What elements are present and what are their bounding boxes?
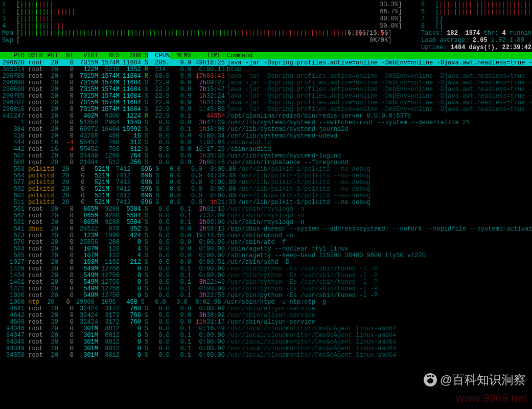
process-row[interactable]: 296698 root 20 0 7015M 1574M 11684 S 22.… bbox=[0, 79, 532, 86]
process-row[interactable]: 1030 root 20 0 549M 12756 0 S 0.0 0.1 3h… bbox=[0, 292, 532, 299]
meter-6: 6 [ ||||||||||||||||||||||||||||||| ] bbox=[421, 8, 532, 15]
cpu-meters-left: 1 [ ||||||||| 33.3% ] 2 [ ||||||||||||||… bbox=[2, 1, 421, 51]
col-Command[interactable]: Command bbox=[225, 52, 532, 59]
meter-1: 1 [ ||||||||| 33.3% ] bbox=[2, 1, 421, 8]
process-row[interactable]: 94349 root 20 0 301M 8812 0 S 0.0 0.1 0:… bbox=[0, 345, 532, 352]
process-table[interactable]: 296620 root 20 0 7015M 1574M 11684 S 205… bbox=[0, 59, 532, 358]
process-row[interactable]: 562 root 20 0 865M 9288 5504 S 0.0 0.1 7… bbox=[0, 212, 532, 219]
watermark-url: www.9969.net bbox=[456, 395, 527, 402]
process-row[interactable]: 1471 root 20 0 549M 12756 0 S 0.0 0.1 0:… bbox=[0, 285, 532, 292]
process-row[interactable]: 561 root 20 0 865M 9288 5504 S 0.0 0.1 2… bbox=[0, 206, 532, 212]
process-row[interactable]: 585 root 20 0 107M 132 4 S 0.0 0.0 0:00.… bbox=[0, 252, 532, 259]
col-VIRT[interactable]: VIRT bbox=[74, 52, 98, 59]
process-row[interactable]: 442 root 16 -4 55452 760 312 S 0.0 0.0 1… bbox=[0, 146, 532, 152]
meter-8: 8 [ ] bbox=[421, 22, 532, 30]
paw-icon bbox=[424, 373, 437, 387]
process-row[interactable]: 4608 root 20 0 32424 3172 760 S 0.0 0.0 … bbox=[0, 319, 532, 325]
process-row[interactable]: 296620 root 20 0 7015M 1574M 11684 S 205… bbox=[0, 59, 532, 66]
col-CPU%[interactable]: CPU% bbox=[148, 52, 170, 59]
meter-Swp: Swp [ 0K/0K ] bbox=[2, 37, 421, 44]
meter-4: 4 [ |||||||||||| 50.0% ] bbox=[2, 22, 421, 30]
watermark-text: @百科知识洞察 bbox=[440, 376, 526, 383]
summary-panel: 5 [ ||||||||||||||||||||||||||||||| ] 6 … bbox=[421, 1, 532, 51]
process-row[interactable]: 444 root 16 -4 55452 760 312 S 0.0 0.0 1… bbox=[0, 139, 532, 146]
col-TIME+[interactable]: TIME+ bbox=[191, 52, 225, 59]
process-row[interactable]: 511 polkitd 20 0 521M 7412 696 S 0.0 0.0… bbox=[0, 199, 532, 206]
meter-2: 2 [ ||||||||||||||| 66.7% ] bbox=[2, 8, 421, 15]
process-row[interactable]: 296705 root 20 0 7015M 1574M 11684 S 22.… bbox=[0, 93, 532, 99]
process-row[interactable]: 576 root 20 0 25856 208 0 S 0.0 0.0 0:00… bbox=[0, 239, 532, 245]
meter-7: 7 [ ] bbox=[421, 15, 532, 22]
process-row[interactable]: 384 root 20 0 69972 16404 15992 S 0.0 0.… bbox=[0, 126, 532, 132]
meter-Mem: Mem [ ||||||||||||||||||||||||||||||||||… bbox=[2, 30, 421, 37]
htop-header: 1 [ ||||||||| 33.3% ] 2 [ ||||||||||||||… bbox=[0, 0, 532, 52]
process-row[interactable]: 1434 root 20 0 549M 12756 0 S 0.0 0.1 0:… bbox=[0, 272, 532, 279]
col-RES[interactable]: RES bbox=[98, 52, 120, 59]
process-row[interactable]: 541 dbus 20 0 24532 876 352 S 0.0 0.0 2h… bbox=[0, 225, 532, 232]
process-row[interactable]: 592 polkitd 20 0 521M 7412 696 S 0.0 0.0… bbox=[0, 186, 532, 192]
process-row[interactable]: 1429 root 20 0 549M 12756 0 S 0.0 0.1 0:… bbox=[0, 265, 532, 272]
process-row[interactable]: 94346 root 20 0 301M 8812 0 S 0.0 0.1 0:… bbox=[0, 325, 532, 332]
col-PRI[interactable]: PRI bbox=[43, 52, 58, 59]
process-row[interactable]: 1461 root 20 0 549M 12756 0 S 0.0 0.1 3h… bbox=[0, 279, 532, 285]
meter-3: 3 [ ||||||||| 40.0% ] bbox=[2, 15, 421, 22]
process-row[interactable]: 531 root 20 0 865M 9288 5504 S 0.0 0.1 2… bbox=[0, 219, 532, 225]
process-row[interactable]: 94350 root 20 0 301M 8812 0 S 0.0 0.1 0:… bbox=[0, 352, 532, 358]
col-SHR[interactable]: SHR bbox=[120, 52, 141, 59]
process-row[interactable]: 4641 root 20 0 32424 3172 760 S 0.0 0.0 … bbox=[0, 305, 532, 312]
loadavg-summary: Load average: 2.05 1.82 1.80 bbox=[421, 37, 532, 44]
process-row[interactable]: 296700 root 20 0 7015M 1574M 11684 R 68.… bbox=[0, 73, 532, 79]
process-row[interactable]: 563 polkitd 20 0 521M 7412 696 S 0.0 0.0… bbox=[0, 166, 532, 172]
process-row[interactable]: 602 polkitd 20 0 521M 7412 696 S 0.0 0.0… bbox=[0, 192, 532, 199]
col-S[interactable]: S bbox=[141, 52, 148, 59]
process-row[interactable]: 385314 root 20 0 122M 5216 1352 R 114. 0… bbox=[0, 66, 532, 73]
uptime-summary: Uptime: 1484 days(!), 22:39:42 bbox=[421, 44, 532, 51]
meter-5: 5 [ ||||||||||||||||||||||||||||||| ] bbox=[421, 1, 532, 8]
column-headers[interactable]: PID USERPRINIVIRTRESSHRSCPU%MEM%TIME+Com… bbox=[0, 52, 532, 59]
process-row[interactable]: 1068 ntp 20 0 29900 1096 468 S 0.0 0.0 8… bbox=[0, 299, 532, 305]
process-row[interactable]: 416 root 20 0 43768 488 16 S 0.0 0.0 0:0… bbox=[0, 132, 532, 139]
process-row[interactable]: 1027 root 20 0 103M 1192 212 S 0.0 0.0 0… bbox=[0, 259, 532, 265]
process-row[interactable]: 577 polkitd 20 0 521M 7412 696 S 0.0 0.0… bbox=[0, 179, 532, 186]
process-row[interactable]: 564 polkitd 20 0 521M 7412 696 S 0.0 0.0… bbox=[0, 172, 532, 179]
tasks-summary: Tasks: 182, 1974 thr; 4 running bbox=[421, 30, 532, 37]
process-row[interactable]: 296699 root 20 0 7015M 1574M 11684 S 22.… bbox=[0, 86, 532, 93]
process-row[interactable]: 4642 root 20 0 32424 3172 760 S 0.0 0.0 … bbox=[0, 312, 532, 319]
col-PID[interactable]: PID bbox=[0, 52, 25, 59]
watermark-overlay: @百科知识洞察 bbox=[424, 373, 526, 387]
process-row[interactable]: 296816 root 20 0 7015M 1574M 11684 S 22.… bbox=[0, 106, 532, 112]
process-row[interactable]: 441247 root 20 0 402M 9300 1224 R 22.9 0… bbox=[0, 112, 532, 119]
col-USER[interactable]: USER bbox=[25, 52, 43, 59]
process-row[interactable]: 94347 root 20 0 301M 8812 0 S 0.0 0.1 0:… bbox=[0, 332, 532, 338]
process-row[interactable]: 296707 root 20 0 7015M 1574M 11684 S 22.… bbox=[0, 99, 532, 106]
col-MEM%[interactable]: MEM% bbox=[170, 52, 191, 59]
process-row[interactable]: 1 root 20 0 51856 2904 1340 S 0.0 0.0 3h… bbox=[0, 119, 532, 126]
col-NI[interactable]: NI bbox=[58, 52, 74, 59]
process-row[interactable]: 584 root 20 0 107M 128 4 S 0.0 0.0 0:00.… bbox=[0, 245, 532, 252]
process-row[interactable]: 573 root 20 0 123M 1096 424 S 0.0 0.0 19… bbox=[0, 232, 532, 239]
process-row[interactable]: 507 root 20 0 24440 1260 764 S 0.0 0.0 1… bbox=[0, 152, 532, 159]
process-row[interactable]: 508 root 20 0 21604 512 256 S 0.0 0.0 2h… bbox=[0, 159, 532, 166]
process-row[interactable]: 94348 root 20 0 301M 8812 0 S 0.0 0.1 0:… bbox=[0, 338, 532, 345]
